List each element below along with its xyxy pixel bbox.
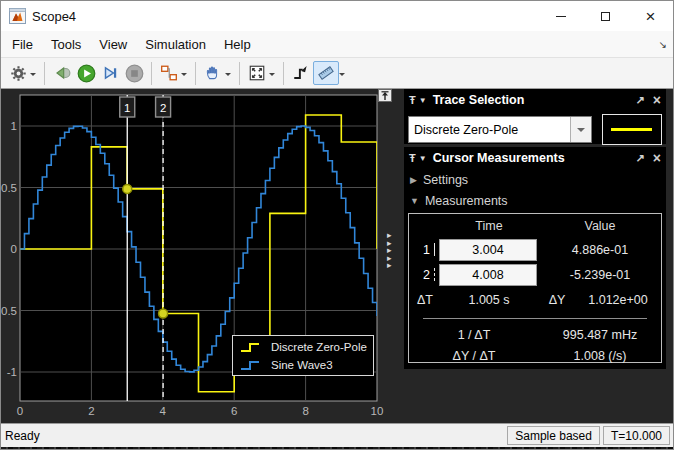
close-button[interactable]: × [628,1,673,31]
panel-close-icon[interactable]: × [653,93,661,107]
settings-section-toggle[interactable]: ▶ Settings [404,169,666,190]
trace-selection-header[interactable]: Ŧ ▼ Trace Selection ↗ × [404,89,666,111]
gear-dropdown-caret[interactable] [30,73,36,79]
trigger-button[interactable] [289,61,313,85]
menu-file[interactable]: File [3,33,42,56]
legend-label: Sine Wave3 [271,359,333,371]
x-tick-label: 6 [231,405,237,417]
measurements-table: Time Value 1 4.886e-01 2 [408,213,662,363]
x-tick-label: 10 [371,405,384,417]
x-tick-label: 2 [88,405,94,417]
frequency-row: 1 / ΔT 995.487 mHz [409,324,661,345]
menu-view[interactable]: View [90,33,136,56]
gear-icon [10,65,27,82]
solid-line-icon [434,243,435,256]
chevron-down-icon [577,128,585,136]
run-button[interactable] [74,61,98,85]
simulink-snapshot-button[interactable] [157,61,181,85]
minimize-button[interactable] [538,1,583,31]
cursor-measurements-button[interactable] [313,61,339,85]
collapse-icon[interactable]: ▼ [419,154,427,163]
y-tick-label: 1 [11,120,17,132]
cursor-1-label: 1 [124,102,130,114]
pan-button[interactable] [201,61,225,85]
legend-label: Discrete Zero-Pole [271,341,367,353]
cursor-2-id: 2 [409,268,439,282]
splitter-arrow-icon: ▸ [387,262,392,270]
slope-value: 1.008 (/s) [539,349,661,363]
expanded-arrow-icon: ▼ [410,196,419,206]
stop-button[interactable] [122,61,146,85]
panel-splitter-handle[interactable]: ▸ ▸ ▸ ▸ ▸ [387,232,392,270]
minimize-icon [556,16,566,17]
menu-simulation[interactable]: Simulation [136,33,215,56]
cursor-1-id: 1 [409,243,439,257]
menu-bar: FileToolsViewSimulationHelp↘ [1,31,673,57]
toolbar [1,57,673,89]
snapshot-dropdown-caret[interactable] [181,73,187,79]
step-backward-icon [53,64,71,82]
delta-t-label: ΔT [409,293,439,307]
step-forward-button[interactable] [98,61,122,85]
cursor-measurements-header[interactable]: Ŧ ▼ Cursor Measurements ↗ × [404,147,666,169]
measurements-section-toggle[interactable]: ▼ Measurements [404,190,666,211]
zoom-dropdown-caret[interactable] [269,73,275,79]
step-backward-button[interactable] [50,61,74,85]
cursor-2-row: 2 -5.239e-01 [409,262,661,287]
menu-tools[interactable]: Tools [42,33,90,56]
dropdown-arrow-box[interactable] [570,117,591,142]
zoom-fit-icon [248,64,266,82]
x-tick-label: 4 [160,405,167,417]
value-column-header: Value [539,219,661,233]
trace-select-dropdown[interactable]: Discrete Zero-Pole [408,116,592,143]
slope-label: ΔY / ΔT [409,349,539,363]
cursor-1-marker[interactable] [123,184,132,193]
delta-row: ΔT 1.005 s ΔY 1.012e+00 [409,287,661,312]
expand-plot-button[interactable] [378,89,392,102]
configuration-gear-button[interactable] [6,61,30,85]
cursor-2-time-input[interactable] [439,264,537,286]
maximize-button[interactable] [583,1,628,31]
collapse-icon[interactable]: ▼ [419,96,427,105]
x-tick-label: 0 [17,405,23,417]
legend-stair-icon [239,340,267,354]
zoom-fit-button[interactable] [245,61,269,85]
trigger-icon [292,64,310,82]
trace-color-line [611,128,652,131]
pin-icon[interactable]: Ŧ [409,152,416,164]
menu-overflow-icon[interactable]: ↘ [659,39,667,50]
menu-help[interactable]: Help [215,33,260,56]
cursor-1-value: 4.886e-01 [539,243,661,257]
pan-dropdown-caret[interactable] [225,73,231,79]
toolbar-separator [151,62,152,85]
toolbar-separator [239,62,240,85]
toolbar-separator [44,62,45,85]
stop-icon [125,64,144,83]
legend-stair-icon [239,358,267,372]
undock-icon[interactable]: ↗ [636,152,645,165]
run-play-icon [77,64,96,83]
cursor-1-time-input[interactable] [439,239,537,261]
panel-close-icon[interactable]: × [653,151,661,165]
divider [423,318,647,319]
window-title: Scope4 [32,9,76,24]
y-tick-label: 0.5 [1,182,17,194]
settings-label: Settings [423,173,468,187]
cursor-measurements-title: Cursor Measurements [433,151,636,165]
undock-icon[interactable]: ↗ [636,94,645,107]
cursor-2-marker[interactable] [159,309,168,318]
inv-delta-t-label: 1 / ΔT [409,328,539,342]
slope-row: ΔY / ΔT 1.008 (/s) [409,345,661,366]
pin-icon[interactable]: Ŧ [409,94,416,106]
trace-color-swatch[interactable] [602,114,662,145]
sim-time-indicator: T=10.000 [603,426,670,445]
simulink-diagram-icon [160,64,178,82]
trace-selection-title: Trace Selection [433,93,636,107]
step-forward-icon [101,64,119,82]
measurements-dropdown-caret[interactable] [339,73,345,79]
dashed-line-icon [434,268,435,281]
scope-window: Scope4 × FileToolsViewSimulationHelp↘ [0,0,674,450]
status-bar: Ready Sample based T=10.000 [1,423,673,447]
title-bar: Scope4 × [1,1,673,31]
status-text: Ready [1,429,507,443]
